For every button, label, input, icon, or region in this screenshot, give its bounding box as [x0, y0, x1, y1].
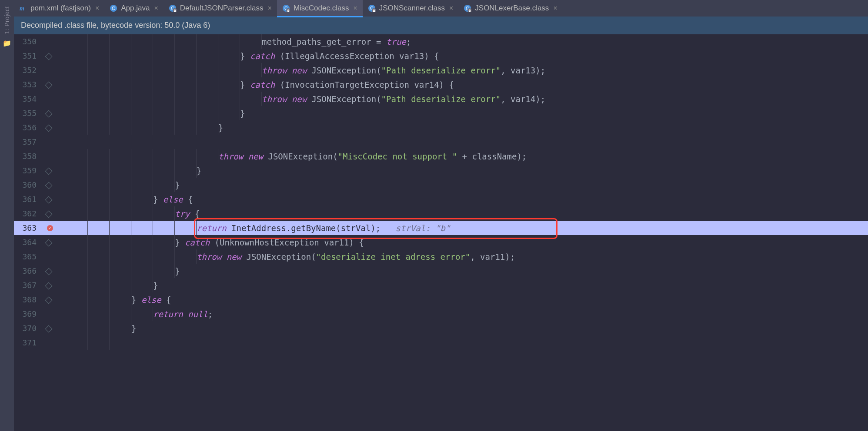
fold-marker-icon[interactable]: [45, 196, 53, 203]
fold-column: [40, 82, 66, 88]
fold-marker-icon[interactable]: [45, 53, 53, 60]
code-area[interactable]: method_paths_get_error = true;} catch (I…: [66, 34, 868, 431]
fold-marker-icon[interactable]: [45, 167, 53, 175]
gutter-line[interactable]: 353: [14, 77, 66, 92]
token: strVal: "b": [396, 223, 451, 233]
code-line[interactable]: }: [66, 178, 868, 192]
token: ;: [208, 309, 213, 319]
gutter-line[interactable]: 362: [14, 206, 66, 221]
tab-defaultjsonparser-class[interactable]: CDefaultJSONParser.class×: [164, 0, 277, 17]
gutter-line[interactable]: 361: [14, 192, 66, 206]
code-line[interactable]: throw new JSONException("Path deserializ…: [66, 92, 868, 106]
code-line[interactable]: } else {: [66, 192, 868, 206]
gutter-line[interactable]: 369: [14, 307, 66, 321]
code-line[interactable]: throw new JSONException("deserialize ine…: [66, 249, 868, 264]
token: , var13);: [501, 66, 545, 75]
gutter-line[interactable]: 358: [14, 149, 66, 163]
gutter-line[interactable]: 355: [14, 106, 66, 120]
token: ) {: [424, 51, 439, 61]
code-line[interactable]: return null;: [66, 307, 868, 321]
token: , var11);: [470, 252, 515, 262]
fold-marker-icon[interactable]: [45, 110, 53, 117]
gutter-line[interactable]: 370: [14, 321, 66, 335]
gutter-line[interactable]: 367: [14, 278, 66, 292]
gutter-line[interactable]: 371: [14, 335, 66, 350]
main-area: mpom.xml (fastjson)×CApp.java×CDefaultJS…: [14, 0, 868, 431]
code-line[interactable]: }: [66, 264, 868, 278]
code-line[interactable]: [66, 335, 868, 350]
token: catch: [250, 51, 275, 61]
tab-label: JSONScanner.class: [379, 4, 445, 13]
close-icon[interactable]: ×: [353, 4, 357, 12]
code-line[interactable]: return InetAddress.getByName(strVal); st…: [66, 221, 868, 235]
gutter-line[interactable]: 352: [14, 63, 66, 77]
code-line[interactable]: throw new JSONException("MiscCodec not s…: [66, 149, 868, 163]
code-line[interactable]: } catch (UnknownHostException var11) {: [66, 235, 868, 249]
fold-marker-icon[interactable]: [45, 239, 53, 246]
gutter-line[interactable]: 368: [14, 292, 66, 307]
fold-marker-icon[interactable]: [45, 325, 53, 332]
fold-marker-icon[interactable]: [45, 268, 53, 275]
gutter-line[interactable]: 357: [14, 135, 66, 149]
gutter-line[interactable]: 365: [14, 249, 66, 264]
close-icon[interactable]: ×: [553, 4, 557, 12]
gutter-line[interactable]: 354: [14, 92, 66, 106]
token: ) {: [439, 80, 454, 90]
gutter-line[interactable]: 364: [14, 235, 66, 249]
gutter-line[interactable]: 356: [14, 120, 66, 135]
fold-marker-icon[interactable]: [45, 282, 53, 289]
gutter-line[interactable]: 351: [14, 49, 66, 63]
token: InetAddress.getByName(strVal);: [227, 223, 381, 233]
tab-misccodec-class[interactable]: CMiscCodec.class×: [277, 0, 363, 17]
fold-marker-icon[interactable]: [45, 124, 53, 132]
code-line[interactable]: }: [66, 278, 868, 292]
tab-jsonscanner-class[interactable]: CJSONScanner.class×: [363, 0, 459, 17]
code-line[interactable]: }: [66, 163, 868, 178]
code-line[interactable]: }: [66, 106, 868, 120]
fold-column: [40, 239, 66, 245]
breakpoint-icon[interactable]: [47, 225, 53, 231]
fold-column: [40, 196, 66, 202]
gutter-line[interactable]: 350: [14, 34, 66, 49]
gutter-line[interactable]: 363: [14, 221, 66, 235]
code-line[interactable]: }: [66, 321, 868, 335]
tab-label: DefaultJSONParser.class: [180, 4, 264, 13]
token: }: [131, 295, 141, 305]
fold-column: [40, 125, 66, 131]
token: }: [131, 324, 136, 333]
token: }: [153, 281, 158, 290]
tab-pom-xml--fastjson-[interactable]: mpom.xml (fastjson)×: [14, 0, 104, 17]
close-icon[interactable]: ×: [268, 4, 272, 12]
gutter-line[interactable]: 366: [14, 264, 66, 278]
code-line[interactable]: } else {: [66, 292, 868, 307]
code-line[interactable]: [66, 135, 868, 149]
close-icon[interactable]: ×: [449, 4, 453, 12]
line-number: 350: [14, 37, 40, 46]
gutter: 3503513523533543553563573583593603613623…: [14, 34, 66, 431]
code-line[interactable]: } catch (InvocationTargetException var14…: [66, 77, 868, 92]
tab-label: pom.xml (fastjson): [30, 4, 91, 13]
token: (: [275, 51, 285, 61]
code-line[interactable]: }: [66, 120, 868, 135]
gutter-line[interactable]: 359: [14, 163, 66, 178]
code-line[interactable]: } catch (IllegalAccessException var13) {: [66, 49, 868, 63]
fold-marker-icon[interactable]: [45, 81, 53, 89]
token: throw: [262, 94, 287, 104]
code-line[interactable]: throw new JSONException("Path deserializ…: [66, 63, 868, 77]
tab-jsonlexerbase-class[interactable]: CJSONLexerBase.class×: [458, 0, 562, 17]
code-line[interactable]: method_paths_get_error = true;: [66, 34, 868, 49]
close-icon[interactable]: ×: [95, 4, 99, 12]
tab-app-java[interactable]: CApp.java×: [104, 0, 164, 17]
fold-marker-icon[interactable]: [45, 182, 53, 189]
svg-rect-14: [373, 10, 375, 12]
svg-rect-6: [174, 10, 176, 12]
fold-marker-icon[interactable]: [45, 210, 53, 218]
close-icon[interactable]: ×: [154, 4, 158, 12]
code-line[interactable]: try {: [66, 206, 868, 221]
fold-column: [40, 268, 66, 274]
fold-marker-icon[interactable]: [45, 296, 53, 304]
gutter-line[interactable]: 360: [14, 178, 66, 192]
token: [307, 94, 311, 104]
fold-column: [40, 211, 66, 217]
project-tool-button[interactable]: 1: Project: [3, 6, 10, 34]
